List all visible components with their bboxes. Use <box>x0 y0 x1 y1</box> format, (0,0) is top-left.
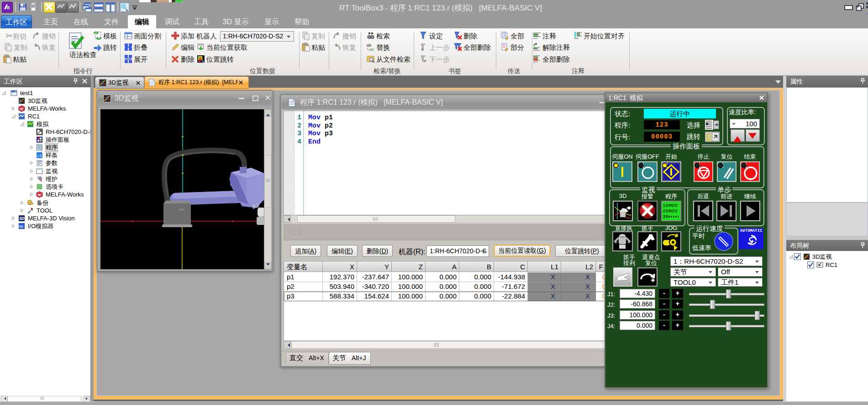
svg-text:p3: p3 <box>253 202 259 209</box>
svg-text:ac: ac <box>370 47 374 52</box>
svg-text:LS: LS <box>37 154 42 158</box>
svg-text:20MOV: 20MOV <box>663 208 678 214</box>
svg-text:30: 30 <box>663 214 668 219</box>
svg-text:IO: IO <box>19 224 23 229</box>
svg-text:10MOV: 10MOV <box>663 203 678 208</box>
svg-text:3D: 3D <box>19 216 25 221</box>
